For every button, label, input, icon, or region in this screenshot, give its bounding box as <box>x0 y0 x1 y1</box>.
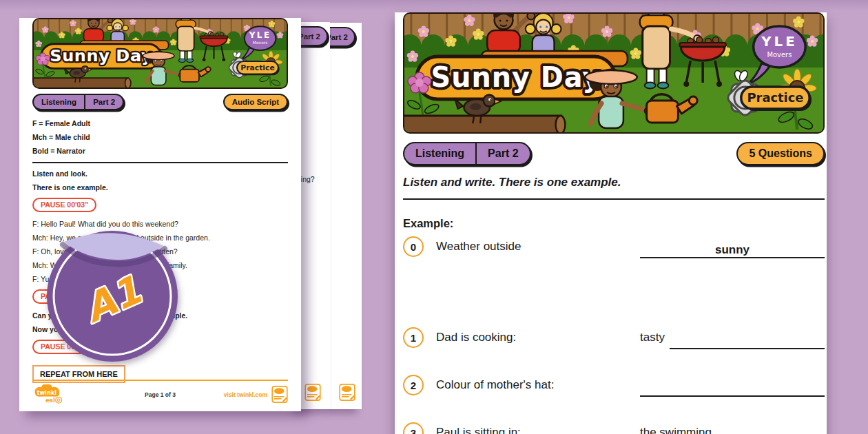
answer-line <box>670 327 825 349</box>
badge-label: Audio Script <box>225 95 287 109</box>
question-row: 0 Weather outside sunny <box>403 236 825 258</box>
question-number-circle: 1 <box>403 327 424 348</box>
resource-preview: Part 2 Part 2 oing? . <box>0 0 868 434</box>
answer-line: sunny <box>640 236 825 258</box>
level-a1-sticker: A1 <box>45 222 183 366</box>
practice-text: Practice <box>240 63 274 72</box>
part-2-tab-fragment: Part 2 <box>330 27 355 47</box>
question-row: 3 Paul is sitting in: the swimming <box>403 422 825 434</box>
question-prompt: Dad is cooking: <box>436 327 640 349</box>
page-number: Page 1 of 3 <box>145 391 176 398</box>
question-list: 0 Weather outside sunny 1 Dad is cooking… <box>403 236 825 434</box>
twinkl-esl-logo: twinkl esl <box>32 384 68 404</box>
example-label: Example: <box>403 217 825 230</box>
listening-part2-tab: Listening Part 2 <box>32 94 124 110</box>
question-number-circle: 2 <box>403 375 424 395</box>
narrator-line: Listen and look. <box>32 167 288 180</box>
badge-label: 5 Questions <box>738 143 823 164</box>
tab-part2: Part 2 <box>84 95 123 109</box>
part-2-tab-fragment: Part 2 <box>298 26 328 46</box>
question-count-badge: 5 Questions <box>736 142 825 165</box>
twinkl-stamp-icon <box>271 385 288 404</box>
answer-area <box>640 375 825 397</box>
legend-line: Mch = Male child <box>32 130 288 144</box>
yle-text: YLE <box>761 34 798 50</box>
practice-badge: Practice <box>237 61 280 75</box>
practice-text: Practice <box>747 90 803 105</box>
legend-line: Bold = Narrator <box>32 144 288 158</box>
movers-text: Movers <box>253 41 268 45</box>
garden-scene-illustration: Sunny Day <box>404 14 823 132</box>
question-number-circle: 0 <box>403 236 424 257</box>
answer-line <box>640 375 825 397</box>
garden-scene-illustration: Sunny Day <box>34 19 287 87</box>
divider <box>32 162 288 163</box>
question-number-circle: 3 <box>403 422 424 434</box>
title-text: Sunny Day <box>431 61 601 93</box>
question-prompt: Paul is sitting in: <box>436 422 640 434</box>
written-answer: sunny <box>715 243 750 257</box>
question-prompt: Weather outside <box>436 236 640 258</box>
narrator-intro: Listen and look.There is one example. <box>32 167 288 194</box>
movers-text: Movers <box>767 51 792 59</box>
answer-line <box>716 422 825 434</box>
audio-script-badge: Audio Script <box>223 94 288 110</box>
tab-listening: Listening <box>404 143 475 164</box>
answer-prefix: tasty <box>640 327 665 349</box>
legend-line: F = Female Adult <box>32 116 288 130</box>
divider <box>403 198 825 200</box>
answer-area: sunny <box>640 236 825 258</box>
twinkl-stamp-icon <box>339 383 355 402</box>
svg-text:twinkl: twinkl <box>37 389 57 396</box>
tab-part2: Part 2 <box>475 143 529 164</box>
page-footer: twinkl esl Page 1 of 3 visit twinkl.com <box>32 380 288 405</box>
tab-label: Part 2 <box>330 33 348 41</box>
answer-prefix: the swimming <box>640 422 712 434</box>
task-instruction: Listen and write. There is one example. <box>403 176 825 189</box>
title-text: Sunny Day <box>50 46 152 65</box>
worksheet-page: Sunny Day <box>395 12 827 434</box>
question-prompt: Colour of mother's hat: <box>436 375 640 397</box>
twinkl-stamp-icon <box>304 383 321 402</box>
audio-script-page-3: Part 2 <box>330 23 362 409</box>
pause-badge: PAUSE 00'03" <box>32 198 96 212</box>
question-row: 2 Colour of mother's hat: <box>403 375 825 397</box>
log <box>404 116 561 132</box>
answer-area: tasty <box>640 327 825 349</box>
tab-label: Part 2 <box>298 32 320 41</box>
practice-badge: Practice <box>741 87 812 111</box>
narrator-line: There is one example. <box>32 180 288 194</box>
svg-text:esl: esl <box>45 397 55 404</box>
header-illustration: Sunny Day <box>403 12 825 134</box>
yle-text: YLE <box>249 30 271 40</box>
log <box>34 78 128 87</box>
header-illustration: Sunny Day <box>32 18 288 89</box>
listening-part2-tab: Listening Part 2 <box>403 142 531 165</box>
tab-listening: Listening <box>34 95 84 109</box>
audio-script-page-2: Part 2 oing? . <box>298 22 330 409</box>
answer-area: the swimming <box>640 422 825 434</box>
question-row: 1 Dad is cooking: tasty <box>403 327 825 349</box>
speaker-legend: F = Female AdultMch = Male childBold = N… <box>32 116 288 158</box>
visit-link: visit twinkl.com <box>224 391 267 398</box>
